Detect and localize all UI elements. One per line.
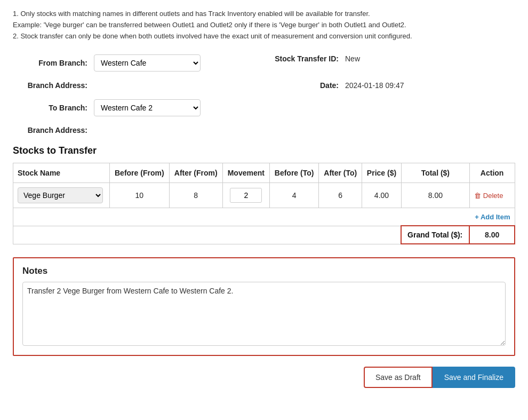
notice-line-2: Example: 'Vege burger' can be transferre… <box>13 20 515 31</box>
delete-label: Delete <box>483 192 503 200</box>
notice-section: 1. Only stocks with matching names in di… <box>13 9 515 42</box>
add-item-label: Add Item <box>481 213 510 221</box>
add-item-button[interactable]: + Add Item <box>475 213 510 221</box>
branch-address-row: Branch Address: Date: 2024-01-18 09:47 <box>13 81 515 90</box>
grand-total-value: 8.00 <box>469 226 515 244</box>
stocks-section: Stocks to Transfer Stock Name Before (Fr… <box>13 145 515 244</box>
table-header: Stock Name Before (From) After (From) Mo… <box>13 163 515 183</box>
transfer-id-label: Stock Transfer ID: <box>264 54 339 63</box>
to-branch-group: To Branch: Western Cafe 2 Eastern Cafe 2… <box>13 99 264 116</box>
stocks-section-title: Stocks to Transfer <box>13 145 515 156</box>
col-after-to: After (To) <box>319 163 362 183</box>
plus-icon: + <box>475 213 479 221</box>
table-body: Vege Burger 10 8 4 6 4.00 8.00 🗑 Delete <box>13 183 515 244</box>
col-movement: Movement <box>222 163 269 183</box>
date-group: Date: 2024-01-18 09:47 <box>264 81 515 90</box>
cell-before-to: 4 <box>269 183 319 208</box>
add-item-cell: + Add Item <box>469 208 515 226</box>
date-label: Date: <box>264 81 339 90</box>
grand-total-spacer <box>13 226 402 244</box>
transfer-id-group: Stock Transfer ID: New <box>264 54 515 63</box>
grand-total-label: Grand Total ($): <box>401 226 469 244</box>
cell-after-to: 6 <box>319 183 362 208</box>
add-item-row: + Add Item <box>13 208 515 226</box>
save-draft-button[interactable]: Save as Draft <box>364 367 433 388</box>
to-branch-row: To Branch: Western Cafe 2 Eastern Cafe 2… <box>13 99 515 116</box>
cell-price: 4.00 <box>362 183 402 208</box>
cell-action: 🗑 Delete <box>469 183 515 208</box>
cell-stock-name: Vege Burger <box>13 183 110 208</box>
col-price: Price ($) <box>362 163 402 183</box>
from-branch-row: From Branch: Western Cafe Eastern Cafe N… <box>13 54 515 72</box>
notice-line-3: 2. Stock transfer can only be done when … <box>13 31 515 42</box>
cell-before-from: 10 <box>109 183 169 208</box>
stocks-table: Stock Name Before (From) After (From) Mo… <box>13 163 515 244</box>
footer-buttons: Save as Draft Save and Finalize <box>13 367 515 388</box>
notes-section: Notes Transfer 2 Vege Burger from Wester… <box>13 257 515 356</box>
table-row: Vege Burger 10 8 4 6 4.00 8.00 🗑 Delete <box>13 183 515 208</box>
movement-input[interactable] <box>230 188 262 203</box>
to-branch-label: To Branch: <box>13 104 87 112</box>
table-header-row: Stock Name Before (From) After (From) Mo… <box>13 163 515 183</box>
col-before-from: Before (From) <box>109 163 169 183</box>
branch-address-group: Branch Address: <box>13 81 264 90</box>
notes-title: Notes <box>22 266 506 276</box>
col-total: Total ($) <box>401 163 469 183</box>
date-value: 2024-01-18 09:47 <box>345 81 404 90</box>
transfer-id-value: New <box>345 54 360 63</box>
stock-name-select[interactable]: Vege Burger <box>18 187 103 203</box>
from-branch-label: From Branch: <box>13 59 87 67</box>
col-stock-name: Stock Name <box>13 163 110 183</box>
from-branch-group: From Branch: Western Cafe Eastern Cafe N… <box>13 54 264 72</box>
save-finalize-button[interactable]: Save and Finalize <box>433 367 515 388</box>
grand-total-row: Grand Total ($): 8.00 <box>13 226 515 244</box>
branch-address-label: Branch Address: <box>13 81 87 90</box>
delete-button[interactable]: 🗑 Delete <box>474 192 503 200</box>
col-before-to: Before (To) <box>269 163 319 183</box>
cell-total: 8.00 <box>401 183 469 208</box>
notes-textarea[interactable]: Transfer 2 Vege Burger from Western Cafe… <box>22 282 506 346</box>
to-branch-address-group: Branch Address: <box>13 126 264 134</box>
to-branch-select[interactable]: Western Cafe 2 Eastern Cafe 2 Northern C… <box>94 99 201 116</box>
to-branch-address-row: Branch Address: <box>13 126 515 134</box>
col-action: Action <box>469 163 515 183</box>
to-branch-address-label: Branch Address: <box>13 126 87 134</box>
col-after-from: After (From) <box>169 163 222 183</box>
notice-line-1: 1. Only stocks with matching names in di… <box>13 9 515 20</box>
trash-icon: 🗑 <box>474 192 481 200</box>
add-item-spacer <box>13 208 470 226</box>
cell-after-from: 8 <box>169 183 222 208</box>
cell-movement <box>222 183 269 208</box>
from-branch-select[interactable]: Western Cafe Eastern Cafe Northern Cafe <box>94 54 201 72</box>
form-section: From Branch: Western Cafe Eastern Cafe N… <box>13 54 515 134</box>
